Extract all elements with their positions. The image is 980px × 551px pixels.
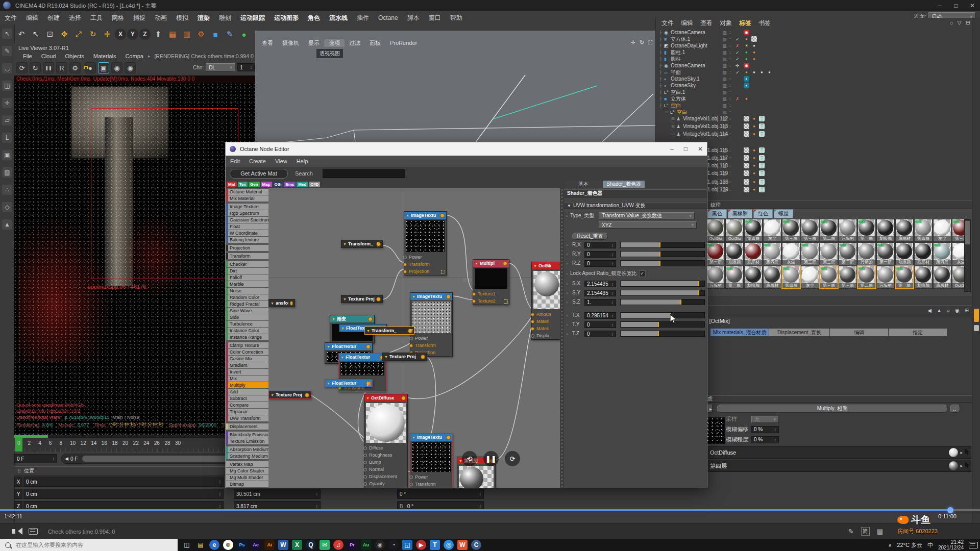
node-expand-icon[interactable] <box>409 329 413 333</box>
material-thumb[interactable]: 划痕颜 <box>877 219 894 241</box>
graph-node[interactable]: ▼Texture Proj <box>382 353 427 361</box>
ne-menu-2[interactable]: View <box>271 158 292 164</box>
menu-item-13[interactable]: 角色 <box>303 14 325 22</box>
node-header[interactable]: ▼Multipl <box>473 260 509 267</box>
texture-mode-icon[interactable]: ▨ <box>2 167 12 178</box>
workplane-icon[interactable]: ▱ <box>2 115 12 126</box>
shader-link-row[interactable]: 第四层▸ <box>706 460 971 472</box>
category-tab-med[interactable]: Med <box>297 182 308 187</box>
netease-music-icon[interactable]: ♫ <box>333 540 344 550</box>
ime-simplified-icon[interactable]: 简 <box>861 527 870 536</box>
tag-odot[interactable]: ● <box>751 179 757 185</box>
graph-node[interactable]: ▼ansform_ <box>268 299 295 307</box>
visibility-dots[interactable]: ∶ <box>729 103 730 108</box>
node-input-port[interactable]: Texture1 <box>473 290 509 297</box>
node-input-port[interactable]: Normal <box>364 466 407 473</box>
material-thumb[interactable]: MIX第一层 <box>726 266 743 288</box>
davinci-icon[interactable]: ◉ <box>375 540 385 550</box>
layer-chip[interactable]: ▨ <box>722 83 727 88</box>
danmaku-icon[interactable] <box>29 528 38 535</box>
object-name[interactable]: 空白.1 <box>671 89 685 96</box>
node-output-port[interactable] <box>290 301 293 306</box>
mirror-icon[interactable]: ◫ <box>2 81 12 91</box>
tag-gtex[interactable]: ▒ <box>759 163 765 168</box>
tag-gball[interactable]: ● <box>744 56 749 62</box>
category-tab-c4d[interactable]: C4D <box>309 182 320 187</box>
ne-maximize-icon[interactable]: □ <box>684 145 688 153</box>
tag-checker[interactable] <box>751 36 757 42</box>
menu-item-8[interactable]: 模拟 <box>172 14 193 22</box>
coord-system-icon[interactable]: ⬆ <box>152 28 165 41</box>
layer-chip[interactable]: ▨ <box>722 30 727 35</box>
layer-chip[interactable]: ▨ <box>722 124 727 129</box>
panel-divider[interactable] <box>560 188 564 488</box>
visibility-dots[interactable]: ∶ <box>729 180 730 185</box>
node-type-compare[interactable]: Compare <box>226 402 268 408</box>
object-name[interactable]: OctaneCamera <box>671 63 705 68</box>
pos-x-field[interactable]: 0 cm↕ <box>23 477 224 487</box>
tag-skytag[interactable]: ◐ <box>744 76 749 82</box>
node-collapse-icon[interactable]: ▼ <box>271 393 274 397</box>
node-type-subtract[interactable]: Subtract <box>226 395 268 402</box>
node-type-instance-color[interactable]: Instance Color <box>226 328 268 334</box>
param-slider[interactable] <box>620 251 705 257</box>
tag-bw[interactable] <box>744 179 749 185</box>
node-input-port[interactable]: Opacity <box>364 480 407 487</box>
l-system-icon[interactable]: L <box>2 133 12 143</box>
material-thumb[interactable]: 灰尘 <box>801 266 819 288</box>
object-name[interactable]: 立方体.1 <box>671 36 690 43</box>
ne-menu-1[interactable]: Create <box>244 158 271 164</box>
tab-basic[interactable]: 基本 <box>565 181 602 188</box>
object-name[interactable]: 空白 <box>671 102 681 109</box>
node-type-baking-texture[interactable]: Baking texture <box>226 237 268 243</box>
tag-odot[interactable]: ● <box>751 131 757 137</box>
enable-state[interactable]: ✗ <box>736 96 740 102</box>
node-type-rgb-spectrum[interactable]: Rgb Spectrum <box>226 210 268 216</box>
node-collapse-icon[interactable]: ▼ <box>412 295 415 298</box>
node-input-port[interactable]: Displacement <box>364 473 407 480</box>
visibility-dots[interactable]: ∶ <box>729 187 730 192</box>
layers-tab-icon[interactable] <box>974 309 979 322</box>
node-header[interactable]: ▼渐变 <box>330 315 374 322</box>
node-input-port[interactable]: Diffuse <box>364 444 407 452</box>
node-header[interactable]: ▼OctDiffuse <box>364 394 407 402</box>
attr-lock-icon[interactable]: ◉ <box>955 308 960 313</box>
param-field[interactable]: 0↕ <box>584 242 616 248</box>
node-input-port[interactable]: Transmission <box>364 487 407 488</box>
node-input-port[interactable]: Bump <box>364 459 407 466</box>
node-collapse-icon[interactable]: ▼ <box>332 317 335 321</box>
material-thumb[interactable]: MIX第三层 <box>801 243 819 265</box>
node-type-ridged-fractal[interactable]: Ridged Fractal <box>226 301 268 307</box>
node-input-port[interactable]: Materi <box>532 318 560 325</box>
tim-icon[interactable]: T <box>430 540 440 550</box>
node-type-vertex-map[interactable]: Vertex Map <box>226 461 268 467</box>
menu-item-7[interactable]: 动画 <box>150 14 172 22</box>
uvw-section-header[interactable]: ▼ UVW transformation_UVW 变换 <box>564 202 707 209</box>
node-header[interactable]: ▼FloatTextur <box>325 380 372 387</box>
menu-item-1[interactable]: 编辑 <box>21 14 43 22</box>
param-slider[interactable] <box>620 331 705 337</box>
visibility-dots[interactable]: ∶ <box>729 77 730 82</box>
pass-field[interactable]: 1↕ <box>237 63 255 71</box>
node-collapse-icon[interactable]: ▼ <box>271 302 274 305</box>
ne-close-icon[interactable]: ✕ <box>698 145 703 153</box>
tag-bw[interactable] <box>744 116 749 121</box>
material-thumb[interactable]: 划痕颜 <box>896 243 913 265</box>
pin-b-icon[interactable]: ◉ <box>125 62 136 73</box>
lv-menu-1[interactable]: Cloud <box>37 53 61 59</box>
audition-icon[interactable]: Au <box>361 540 371 550</box>
material-thumb[interactable]: 底层材 <box>896 219 913 241</box>
node-type-octane-material[interactable]: Octane Material <box>226 189 268 195</box>
visibility-dots[interactable]: ∶ <box>729 156 730 161</box>
visibility-dots[interactable]: ∶ <box>729 96 730 102</box>
node-type-invert[interactable]: Invert <box>226 369 268 375</box>
param-slider[interactable] <box>620 321 705 328</box>
add-generator-icon[interactable]: ● <box>237 28 251 41</box>
tag-odot[interactable]: ● <box>751 155 757 161</box>
node-header[interactable]: ▼FloatTextur <box>339 354 386 361</box>
object-row[interactable]: ⊞♟VintageVol1.obj.113▨∶●▒ <box>656 123 977 130</box>
attr-tab-2[interactable]: 编辑 <box>830 329 888 336</box>
node-collapse-icon[interactable]: ▼ <box>384 355 388 359</box>
layer-chip[interactable]: ▨ <box>722 156 727 161</box>
node-expand-icon[interactable] <box>367 382 371 386</box>
